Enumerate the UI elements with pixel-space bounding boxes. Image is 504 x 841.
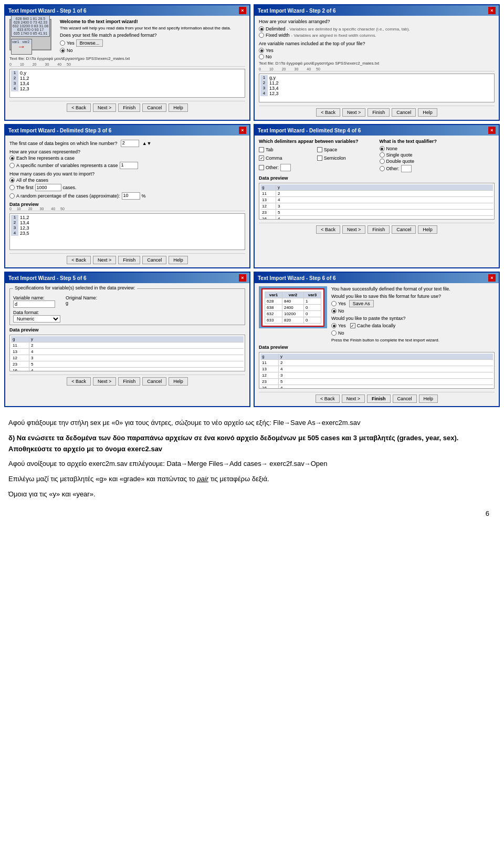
step3-radio-random-pct[interactable]: A random percentage of the cases (approx… [9, 192, 245, 200]
dialog-step2-close[interactable]: × [488, 7, 496, 14]
step2-next-btn[interactable]: Next > [342, 108, 365, 117]
step3-first-n-input[interactable]: 1000 [35, 184, 61, 191]
step3-back-btn[interactable]: < Back [67, 256, 91, 264]
step3-radio-each-line[interactable]: Each line represents a case [9, 155, 245, 161]
step2-radio-delimited[interactable]: Delimited - Variables are delimited by a… [259, 26, 495, 32]
step5-finish-btn[interactable]: Finish [118, 377, 140, 386]
step3-all-cases-circle[interactable] [9, 178, 15, 183]
step4-other-q-input[interactable] [401, 165, 412, 172]
step4-other-box[interactable] [259, 165, 264, 170]
step4-cb-comma[interactable]: Comma [259, 155, 316, 161]
step6-paste-no-circle[interactable] [331, 330, 337, 336]
step6-next-btn[interactable]: Next > [342, 394, 365, 403]
dialog-step4-close[interactable]: × [488, 127, 496, 134]
step4-cancel-btn[interactable]: Cancel [392, 225, 416, 234]
step2-radio-no-names[interactable]: No [259, 54, 495, 59]
step4-single-circle[interactable] [380, 152, 385, 158]
step4-comma-label: Comma [266, 155, 282, 161]
step2-cancel-btn[interactable]: Cancel [392, 108, 416, 117]
step1-radio-yes[interactable]: Yes Browse... [60, 39, 245, 47]
step1-radio-no[interactable]: No [60, 48, 245, 53]
step6-save-no-circle[interactable] [331, 308, 337, 314]
step5-help-btn[interactable]: Help [169, 377, 188, 386]
step4-double-circle[interactable] [380, 159, 385, 164]
step6-save-no[interactable]: No [331, 308, 495, 314]
step4-help-btn[interactable]: Help [418, 225, 437, 234]
step2-no-names-circle[interactable] [259, 54, 264, 59]
step1-back-btn[interactable]: < Back [67, 103, 91, 112]
dialog-step1-close[interactable]: × [239, 7, 246, 14]
dialog-step5-close[interactable]: × [239, 274, 246, 282]
step4-finish-btn[interactable]: Finish [368, 225, 390, 234]
step3-random-pct-circle[interactable] [9, 193, 15, 199]
step4-comma-box[interactable] [259, 155, 264, 161]
step1-help-btn[interactable]: Help [169, 103, 188, 112]
step3-finish-btn[interactable]: Finish [118, 256, 140, 264]
step1-finish-btn[interactable]: Finish [118, 103, 140, 112]
browse-button[interactable]: Browse... [76, 39, 103, 47]
dialog-step6-close[interactable]: × [488, 274, 496, 282]
dialog-step3-close[interactable]: × [239, 127, 246, 134]
step3-next-btn[interactable]: Next > [93, 256, 116, 264]
step2-yes-names-circle[interactable] [259, 48, 264, 53]
step4-radio-other-q[interactable]: Other: [380, 165, 495, 172]
step6-save-yes[interactable]: Yes [331, 301, 346, 306]
step4-none-circle[interactable] [380, 146, 385, 151]
step3-line-input[interactable]: 2 [121, 140, 139, 147]
step6-paste-yes-circle[interactable] [331, 323, 337, 328]
step6-cancel-btn[interactable]: Cancel [393, 394, 417, 403]
step6-save-as-btn[interactable]: Save As [349, 300, 374, 307]
step4-tab-box[interactable] [259, 147, 264, 152]
step4-cb-space[interactable]: Space [317, 147, 374, 152]
step4-other-input[interactable] [280, 164, 291, 171]
step5-format-select[interactable]: Numeric String Date [13, 315, 60, 323]
step1-cancel-btn[interactable]: Cancel [142, 103, 166, 112]
step6-help-btn[interactable]: Help [419, 394, 438, 403]
step3-pct-input[interactable]: 10 [122, 192, 140, 200]
step4-space-box[interactable] [317, 147, 322, 152]
step4-semicolon-box[interactable] [317, 155, 322, 161]
step2-help-btn[interactable]: Help [418, 108, 437, 117]
step5-varname-input[interactable]: d [13, 300, 55, 308]
step1-radio-yes-circle[interactable] [60, 40, 65, 46]
step5-cancel-btn[interactable]: Cancel [142, 377, 166, 386]
step6-back-btn[interactable]: < Back [316, 394, 340, 403]
step6-cache-box[interactable] [350, 323, 355, 328]
step3-cancel-btn[interactable]: Cancel [142, 256, 166, 264]
step4-other-q-circle[interactable] [380, 166, 385, 171]
step5-next-btn[interactable]: Next > [93, 377, 116, 386]
step3-specific-num-circle[interactable] [9, 163, 15, 168]
step4-radio-single[interactable]: Single quote [380, 152, 495, 158]
step2-radio-fixed[interactable]: Fixed width - Variables are aligned in f… [259, 33, 495, 38]
step6-paste-no[interactable]: No [331, 330, 495, 336]
step5-back-btn[interactable]: < Back [67, 377, 91, 386]
step3-radio-first-n[interactable]: The first 1000 cases. [9, 184, 245, 191]
step2-radio-yes-names[interactable]: Yes [259, 48, 495, 53]
step3-specific-num-input[interactable]: 1 [120, 162, 138, 169]
step1-next-btn[interactable]: Next > [93, 103, 116, 112]
step2-finish-btn[interactable]: Finish [368, 108, 390, 117]
step6-save-yes-circle[interactable] [331, 301, 337, 306]
step3-radio-specific-num[interactable]: A specific number of variables represent… [9, 162, 245, 169]
step6-finish-btn[interactable]: Finish [367, 394, 391, 403]
step6-row3: 123 [260, 372, 493, 379]
step6-cache-cb[interactable]: Cache data locally [350, 323, 396, 328]
step4-cb-other[interactable]: Other: [259, 164, 316, 171]
step4-radio-double[interactable]: Double quote [380, 159, 495, 164]
step3-help-btn[interactable]: Help [169, 256, 188, 264]
step4-cb-semicolon[interactable]: Semicolon [317, 155, 374, 161]
step4-cb-tab[interactable]: Tab [259, 147, 316, 152]
step3-first-n-circle[interactable] [9, 185, 15, 190]
table-row: 633 820 0 [265, 317, 321, 323]
step1-description: This wizard will help you read data from… [60, 26, 245, 30]
step1-radio-no-circle[interactable] [60, 48, 65, 53]
step3-each-line-circle[interactable] [9, 155, 15, 161]
step2-fixed-circle[interactable] [259, 33, 264, 38]
step4-radio-none[interactable]: None [380, 146, 495, 151]
step4-next-btn[interactable]: Next > [342, 225, 365, 234]
step2-back-btn[interactable]: < Back [316, 108, 340, 117]
step4-back-btn[interactable]: < Back [316, 225, 340, 234]
step6-paste-yes[interactable]: Yes [331, 323, 346, 328]
step3-radio-all-cases[interactable]: All of the cases [9, 178, 245, 183]
step2-delimited-circle[interactable] [259, 26, 264, 32]
